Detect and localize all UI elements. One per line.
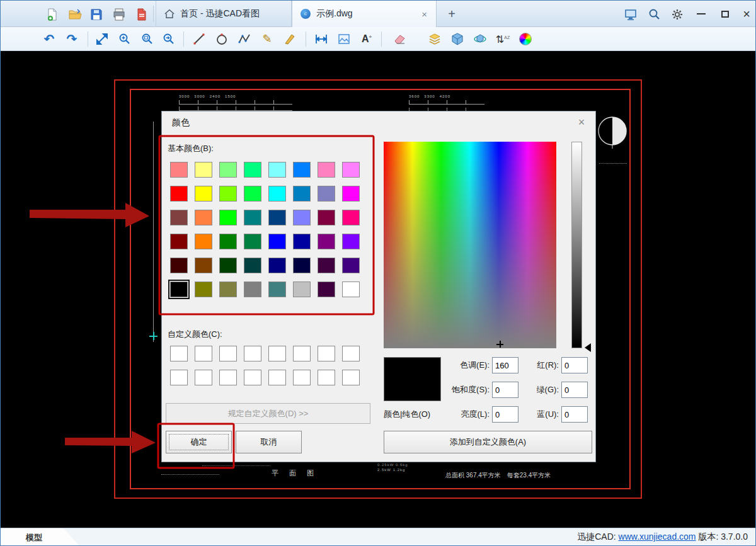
display-button[interactable] bbox=[622, 6, 639, 23]
tab-home[interactable]: 首页 - 迅捷CAD看图 bbox=[156, 1, 292, 27]
settings-button[interactable] bbox=[668, 6, 686, 23]
layers-button[interactable] bbox=[425, 30, 444, 48]
custom-color-swatch[interactable] bbox=[195, 370, 212, 385]
blue-input[interactable] bbox=[561, 406, 588, 423]
basic-color-swatch[interactable] bbox=[244, 258, 261, 273]
luminance-input[interactable] bbox=[492, 406, 518, 423]
undo-button[interactable]: ↶ bbox=[40, 30, 59, 48]
custom-color-swatch[interactable] bbox=[293, 370, 311, 385]
basic-color-swatch[interactable] bbox=[195, 162, 212, 178]
basic-color-swatch[interactable] bbox=[195, 210, 212, 225]
custom-color-swatch[interactable] bbox=[195, 346, 212, 361]
basic-color-swatch[interactable] bbox=[293, 210, 311, 225]
basic-color-swatch[interactable] bbox=[244, 186, 261, 202]
print-button[interactable] bbox=[110, 6, 128, 23]
basic-color-swatch[interactable] bbox=[195, 234, 212, 249]
basic-color-swatch[interactable] bbox=[219, 186, 237, 202]
basic-color-swatch[interactable] bbox=[195, 258, 212, 273]
basic-color-swatch[interactable] bbox=[342, 234, 360, 249]
custom-color-swatch[interactable] bbox=[244, 346, 261, 361]
minimize-button[interactable] bbox=[691, 1, 711, 27]
basic-color-swatch[interactable] bbox=[293, 234, 311, 249]
maximize-button[interactable] bbox=[715, 1, 735, 27]
basic-color-swatch[interactable] bbox=[268, 210, 286, 225]
basic-color-swatch[interactable] bbox=[342, 162, 360, 178]
basic-color-swatch[interactable] bbox=[219, 210, 237, 225]
basic-color-swatch[interactable] bbox=[170, 162, 188, 178]
basic-color-swatch[interactable] bbox=[219, 282, 237, 297]
basic-color-swatch[interactable] bbox=[244, 234, 261, 249]
basic-color-swatch[interactable] bbox=[342, 258, 360, 273]
basic-color-swatch[interactable] bbox=[293, 162, 311, 178]
basic-color-swatch[interactable] bbox=[170, 186, 188, 202]
close-window-button[interactable]: × bbox=[738, 1, 755, 27]
basic-color-swatch[interactable] bbox=[244, 162, 261, 178]
custom-color-swatch[interactable] bbox=[219, 346, 237, 361]
saturation-input[interactable] bbox=[492, 382, 518, 398]
basic-color-swatch[interactable] bbox=[293, 258, 311, 273]
dialog-close-icon[interactable]: × bbox=[574, 115, 589, 130]
custom-color-swatch[interactable] bbox=[268, 346, 286, 361]
custom-color-swatch[interactable] bbox=[342, 346, 360, 361]
basic-color-swatch[interactable] bbox=[318, 186, 335, 202]
basic-color-swatch[interactable] bbox=[268, 162, 286, 178]
basic-color-swatch[interactable] bbox=[170, 234, 188, 249]
basic-color-swatch[interactable] bbox=[170, 258, 188, 273]
basic-color-swatch[interactable] bbox=[244, 282, 261, 297]
color-wheel-button[interactable] bbox=[516, 30, 535, 48]
basic-color-swatch[interactable] bbox=[219, 162, 237, 178]
basic-color-swatch[interactable] bbox=[219, 234, 237, 249]
basic-color-swatch[interactable] bbox=[170, 282, 188, 297]
custom-color-swatch[interactable] bbox=[170, 370, 188, 385]
custom-color-swatch[interactable] bbox=[219, 370, 237, 385]
pencil-tool-button[interactable]: ✎ bbox=[258, 30, 277, 48]
basic-color-swatch[interactable] bbox=[293, 186, 311, 202]
measure-button[interactable] bbox=[93, 30, 112, 48]
basic-color-swatch[interactable] bbox=[170, 210, 188, 225]
zoom-tool-button[interactable] bbox=[646, 6, 663, 23]
image-frame-button[interactable] bbox=[335, 30, 353, 48]
website-link[interactable]: www.xunjiecad.com bbox=[619, 532, 696, 542]
new-file-button[interactable] bbox=[43, 6, 61, 23]
basic-color-swatch[interactable] bbox=[219, 258, 237, 273]
custom-color-swatch[interactable] bbox=[342, 370, 360, 385]
polyline-tool-button[interactable] bbox=[235, 30, 254, 48]
cancel-button[interactable]: 取消 bbox=[236, 431, 302, 453]
basic-color-swatch[interactable] bbox=[318, 234, 335, 249]
model-tab[interactable] bbox=[1, 528, 84, 546]
custom-color-swatch[interactable] bbox=[318, 370, 335, 385]
custom-color-swatch[interactable] bbox=[170, 346, 188, 361]
basic-color-swatch[interactable] bbox=[342, 186, 360, 202]
zoom-window-button[interactable] bbox=[138, 30, 157, 48]
basic-color-swatch[interactable] bbox=[342, 210, 360, 225]
basic-color-swatch[interactable] bbox=[318, 258, 335, 273]
basic-color-swatch[interactable] bbox=[268, 282, 286, 297]
hue-saturation-field[interactable] bbox=[384, 142, 556, 348]
basic-color-swatch[interactable] bbox=[318, 162, 335, 178]
ok-button[interactable]: 确定 bbox=[166, 431, 232, 453]
define-custom-colors-button[interactable]: 规定自定义颜色(D) >> bbox=[166, 403, 370, 424]
circle-tool-button[interactable] bbox=[212, 30, 231, 48]
add-to-custom-colors-button[interactable]: 添加到自定义颜色(A) bbox=[384, 431, 592, 453]
zoom-in-button[interactable] bbox=[115, 30, 134, 48]
hue-input[interactable] bbox=[492, 357, 518, 373]
basic-color-swatch[interactable] bbox=[268, 186, 286, 202]
text-tool-button[interactable]: A+ bbox=[357, 30, 376, 48]
new-tab-button[interactable]: + bbox=[444, 6, 459, 21]
basic-color-swatch[interactable] bbox=[268, 234, 286, 249]
basic-color-swatch[interactable] bbox=[342, 282, 360, 297]
custom-color-swatch[interactable] bbox=[268, 370, 286, 385]
orbit-3d-button[interactable] bbox=[471, 30, 490, 48]
custom-color-swatch[interactable] bbox=[293, 346, 311, 361]
zoom-previous-button[interactable] bbox=[159, 30, 178, 48]
redo-button[interactable]: ↷ bbox=[62, 30, 81, 48]
dimension-tool-button[interactable] bbox=[312, 30, 331, 48]
red-input[interactable] bbox=[561, 357, 588, 373]
green-input[interactable] bbox=[561, 382, 588, 398]
marker-tool-button[interactable] bbox=[280, 30, 299, 48]
basic-color-swatch[interactable] bbox=[268, 258, 286, 273]
sort-button[interactable]: ⇅AZ bbox=[493, 30, 512, 48]
tab-drawing[interactable]: C 示例.dwg × bbox=[292, 1, 437, 27]
custom-color-swatch[interactable] bbox=[244, 370, 261, 385]
line-tool-button[interactable] bbox=[190, 30, 209, 48]
